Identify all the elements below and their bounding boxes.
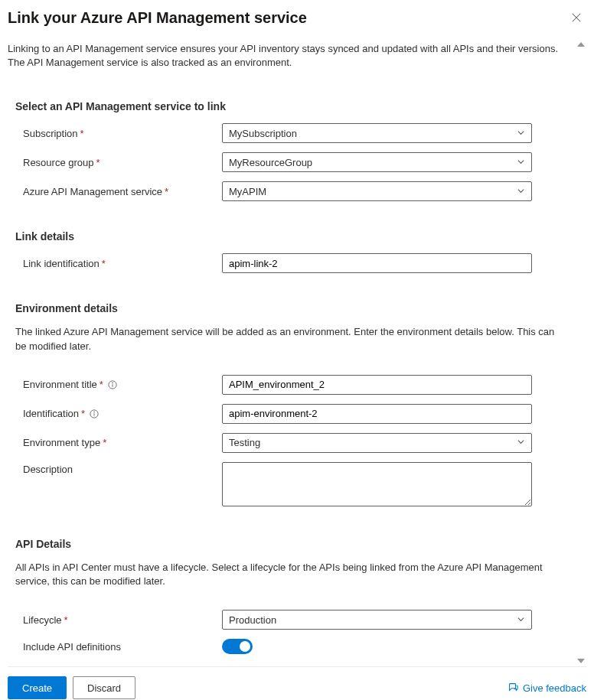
- env-title-input[interactable]: [222, 375, 532, 395]
- section-api-title: API Details: [15, 538, 568, 550]
- env-identification-input[interactable]: [222, 404, 532, 424]
- resource-group-select[interactable]: MyResourceGroup: [222, 152, 532, 172]
- feedback-label: Give feedback: [523, 682, 586, 694]
- include-definitions-toggle[interactable]: [222, 639, 253, 654]
- env-title-label: Environment title: [23, 379, 97, 390]
- lifecycle-label: Lifecycle: [23, 614, 62, 626]
- section-link-title: Link details: [15, 230, 568, 243]
- apim-service-label: Azure API Management service: [23, 186, 162, 197]
- subscription-value: MySubscription: [229, 128, 297, 139]
- description-textarea[interactable]: [222, 462, 532, 506]
- feedback-icon: [508, 682, 518, 695]
- chevron-down-icon: [517, 614, 525, 626]
- section-env-desc: The linked Azure API Management service …: [15, 325, 568, 353]
- apim-service-value: MyAPIM: [229, 186, 266, 197]
- scroll-up-arrow-icon[interactable]: [577, 42, 585, 47]
- required-mark: *: [102, 258, 106, 269]
- required-mark: *: [80, 128, 84, 139]
- scrollbar[interactable]: [576, 42, 586, 663]
- include-definitions-label: Include API definitions: [23, 641, 121, 653]
- lifecycle-select[interactable]: Production: [222, 610, 532, 630]
- env-identification-label: Identification: [23, 408, 79, 419]
- chevron-down-icon: [517, 186, 525, 197]
- scroll-down-arrow-icon[interactable]: [577, 659, 585, 663]
- chevron-down-icon: [517, 437, 525, 448]
- resource-group-value: MyResourceGroup: [229, 157, 312, 168]
- required-mark: *: [81, 408, 85, 419]
- toggle-knob: [240, 641, 250, 652]
- intro-text: Linking to an API Management service ens…: [8, 42, 568, 70]
- info-icon[interactable]: [108, 380, 117, 389]
- discard-button[interactable]: Discard: [73, 676, 135, 699]
- env-type-label: Environment type: [23, 437, 100, 448]
- required-mark: *: [165, 186, 168, 197]
- page-title: Link your Azure API Management service: [8, 9, 307, 27]
- svg-point-2: [112, 383, 113, 383]
- section-env-title: Environment details: [15, 302, 568, 314]
- required-mark: *: [64, 614, 68, 626]
- svg-point-5: [94, 412, 95, 412]
- section-select-title: Select an API Management service to link: [15, 100, 568, 112]
- link-identification-input[interactable]: [222, 253, 532, 273]
- required-mark: *: [96, 157, 100, 168]
- close-button[interactable]: [571, 9, 586, 25]
- subscription-select[interactable]: MySubscription: [222, 123, 532, 143]
- chevron-down-icon: [517, 157, 525, 168]
- chevron-down-icon: [517, 128, 525, 139]
- lifecycle-value: Production: [229, 614, 276, 626]
- give-feedback-link[interactable]: Give feedback: [508, 682, 586, 695]
- required-mark: *: [103, 437, 106, 448]
- resource-group-label: Resource group: [23, 157, 94, 168]
- env-type-select[interactable]: Testing: [222, 433, 532, 453]
- info-icon[interactable]: [90, 409, 99, 418]
- required-mark: *: [100, 379, 103, 390]
- link-identification-label: Link identification: [23, 258, 100, 269]
- description-label: Description: [23, 464, 73, 475]
- section-api-desc: All APIs in API Center must have a lifec…: [15, 561, 568, 588]
- apim-service-select[interactable]: MyAPIM: [222, 181, 532, 201]
- close-icon: [571, 14, 582, 25]
- create-button[interactable]: Create: [8, 676, 67, 699]
- env-type-value: Testing: [229, 437, 260, 448]
- subscription-label: Subscription: [23, 128, 78, 139]
